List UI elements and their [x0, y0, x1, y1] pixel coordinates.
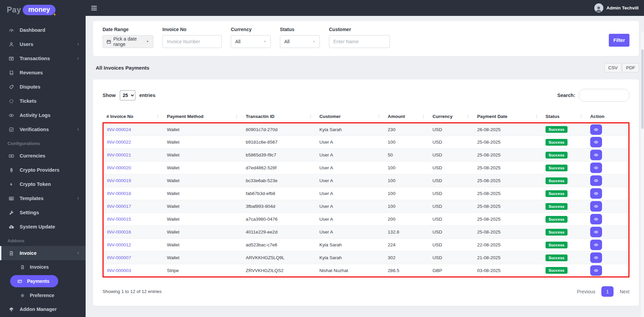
- currency-cell: USD: [429, 162, 474, 174]
- table-body: INV-000024Wallet80901c7d-270dKyla Sarah2…: [103, 123, 629, 277]
- invoice-link[interactable]: INV-000016: [107, 229, 131, 235]
- sort-icon[interactable]: [421, 114, 426, 119]
- view-payment-button[interactable]: [590, 201, 602, 212]
- pdf-export-button[interactable]: PDF: [622, 63, 639, 72]
- column-header-transactin-id[interactable]: Transactin ID: [242, 111, 316, 123]
- view-payment-button[interactable]: [590, 188, 602, 199]
- sidebar-item-preference[interactable]: Preference: [0, 289, 86, 302]
- invoice-link[interactable]: INV-000012: [107, 242, 131, 247]
- amount-cell: 224: [384, 239, 429, 251]
- brand-logo[interactable]: Pay money: [0, 0, 86, 20]
- avatar[interactable]: [594, 3, 603, 13]
- sort-icon[interactable]: [235, 114, 239, 119]
- bitcoin-icon: B: [7, 167, 15, 173]
- date-cell: 03-08-2025: [474, 264, 542, 277]
- view-payment-button[interactable]: [590, 175, 602, 186]
- filter-button[interactable]: Filter: [609, 34, 629, 47]
- invoice-link[interactable]: INV-000024: [107, 127, 131, 132]
- view-payment-button[interactable]: [590, 240, 602, 250]
- view-payment-button[interactable]: [590, 227, 602, 237]
- txn-id-cell: ad523bac-c7e6: [242, 239, 316, 251]
- search-input[interactable]: [579, 89, 629, 102]
- sidebar-item-payments[interactable]: Payments: [10, 275, 58, 287]
- sidebar-item-tickets[interactable]: Tickets: [0, 94, 86, 108]
- invoice-no-cell: INV-000024: [103, 123, 164, 136]
- scrollbar[interactable]: [641, 32, 644, 317]
- txn-id-cell: ARVKKHGZ5LQ9L: [242, 251, 316, 264]
- sidebar-item-addon-manager[interactable]: Addon Manager: [0, 302, 86, 316]
- invoice-number-input[interactable]: [167, 39, 217, 44]
- main-content: Date Range Pick a date range Invoice No …: [86, 16, 644, 317]
- sidebar-item-label: Invoices: [30, 264, 49, 270]
- column-header-payment-method[interactable]: Payment Method: [163, 111, 242, 123]
- view-payment-button[interactable]: [590, 163, 602, 173]
- sidebar-item-dashboard[interactable]: Dashboard: [0, 23, 86, 37]
- sort-icon[interactable]: [156, 114, 160, 119]
- sidebar-item-verifications[interactable]: Verifications: [0, 122, 86, 137]
- user-icon: [7, 42, 15, 47]
- currency-select[interactable]: All: [231, 35, 271, 48]
- invoice-link[interactable]: INV-000015: [107, 217, 131, 222]
- status-badge: Success: [546, 254, 568, 261]
- invoice-link[interactable]: INV-000018: [107, 191, 131, 196]
- column-header-customer[interactable]: Customer: [316, 111, 384, 123]
- sidebar-item-users[interactable]: Users: [0, 37, 86, 51]
- date-cell: 25-08-2025: [474, 213, 542, 226]
- action-cell: [587, 264, 629, 277]
- scrollbar-thumb[interactable]: [641, 49, 644, 129]
- view-payment-button[interactable]: [590, 150, 602, 160]
- sidebar-item-revenues[interactable]: Revenues: [0, 66, 86, 80]
- sidebar-item-crypto-token[interactable]: tCrypto Token: [0, 177, 86, 191]
- column-header--invoice-no[interactable]: # Invoice No: [103, 111, 164, 123]
- invoice-link[interactable]: INV-000007: [107, 255, 131, 260]
- customer-cell: User A: [316, 187, 384, 200]
- admin-user-name[interactable]: Admin Techvill: [606, 5, 639, 10]
- sort-icon[interactable]: [579, 114, 583, 119]
- invoice-link[interactable]: INV-000021: [107, 152, 131, 157]
- amount-cell: 302: [384, 251, 429, 264]
- column-header-payment-date[interactable]: Payment Date: [474, 111, 542, 123]
- invoice-link[interactable]: INV-000003: [107, 268, 131, 273]
- menu-toggle-button[interactable]: [88, 2, 100, 14]
- filter-date-range: Date Range Pick a date range: [103, 27, 153, 48]
- pagination-page-1[interactable]: 1: [601, 286, 614, 297]
- column-header-status[interactable]: Status: [542, 111, 587, 123]
- sidebar-item-invoice[interactable]: Invoice: [0, 246, 86, 260]
- column-header-amount[interactable]: Amount: [384, 111, 429, 123]
- eye-icon: [594, 140, 599, 145]
- sidebar-item-disputes[interactable]: Disputes: [0, 80, 86, 94]
- view-payment-button[interactable]: [590, 265, 602, 276]
- sidebar-item-crypto-providers[interactable]: BCrypto Providers: [0, 163, 86, 177]
- status-badge: Success: [546, 139, 568, 146]
- sidebar-item-system-update[interactable]: System Update: [0, 220, 86, 234]
- sidebar-item-invoices[interactable]: Invoices: [0, 260, 86, 274]
- sidebar-item-transactions[interactable]: Transactions: [0, 51, 86, 66]
- sidebar-item-settings[interactable]: Settings: [0, 205, 86, 220]
- date-range-picker[interactable]: Pick a date range: [103, 35, 153, 48]
- pagination-previous[interactable]: Previous: [577, 289, 595, 294]
- sort-icon[interactable]: [534, 114, 539, 119]
- invoice-link[interactable]: INV-000022: [107, 140, 131, 145]
- invoice-link[interactable]: INV-000020: [107, 165, 131, 170]
- invoice-link[interactable]: INV-000017: [107, 204, 131, 209]
- column-header-currency[interactable]: Currency: [429, 111, 474, 123]
- sidebar-item-label: Verifications: [20, 127, 49, 132]
- view-payment-button[interactable]: [590, 214, 602, 224]
- sort-icon[interactable]: [377, 114, 381, 119]
- view-payment-button[interactable]: [590, 137, 602, 147]
- status-select[interactable]: All: [280, 35, 320, 48]
- csv-export-button[interactable]: CSV: [604, 63, 621, 72]
- page-length-select[interactable]: 25: [120, 90, 135, 100]
- column-label: Currency: [432, 114, 452, 119]
- view-payment-button[interactable]: [590, 252, 602, 263]
- invoice-link[interactable]: INV-000019: [107, 178, 131, 183]
- customer-name-input[interactable]: [333, 39, 385, 44]
- sidebar-item-templates[interactable]: Templates: [0, 191, 86, 205]
- sidebar-item-currencies[interactable]: Currencies: [0, 149, 86, 163]
- sort-icon[interactable]: [308, 114, 313, 119]
- sidebar-item-activity-logs[interactable]: Activity Logs: [0, 108, 86, 122]
- pagination-next[interactable]: Next: [620, 289, 629, 294]
- view-payment-button[interactable]: [590, 124, 602, 135]
- sort-icon[interactable]: [466, 114, 470, 119]
- txn-id-cell: b5865d39-f9c7: [242, 149, 316, 162]
